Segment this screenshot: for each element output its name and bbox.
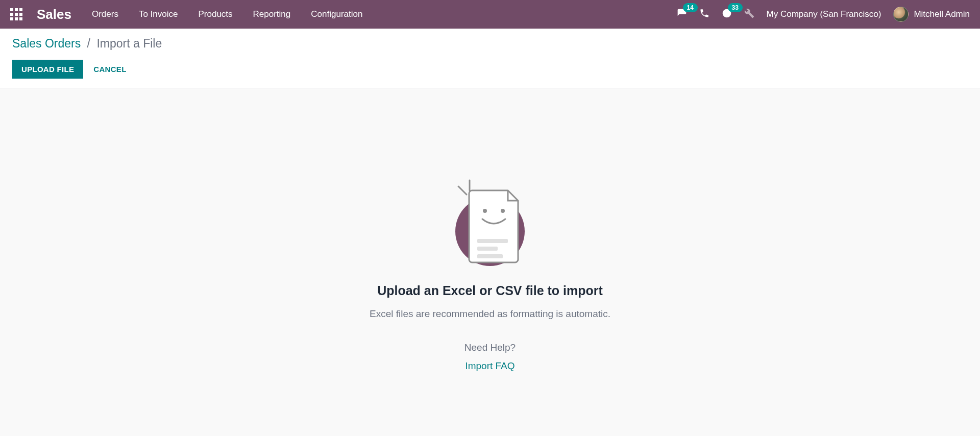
svg-rect-5 (477, 239, 508, 243)
phone-icon (699, 8, 709, 20)
activities-button[interactable]: 33 (722, 8, 732, 20)
call-button[interactable] (699, 8, 709, 20)
activities-badge: 33 (728, 3, 743, 12)
import-faq-link[interactable]: Import FAQ (465, 360, 514, 372)
svg-rect-6 (477, 247, 498, 251)
svg-line-0 (458, 186, 467, 195)
button-row: Upload File Cancel (12, 60, 968, 79)
cancel-button[interactable]: Cancel (93, 65, 126, 74)
menu-products[interactable]: Products (198, 9, 232, 19)
main-menu: Orders To Invoice Products Reporting Con… (92, 9, 362, 19)
breadcrumb-parent[interactable]: Sales Orders (12, 37, 81, 50)
user-name: Mitchell Admin (914, 9, 970, 19)
empty-title: Upload an Excel or CSV file to import (377, 283, 603, 298)
import-empty-state: Upload an Excel or CSV file to import Ex… (0, 88, 980, 372)
user-menu[interactable]: Mitchell Admin (893, 7, 970, 22)
apps-icon[interactable] (10, 8, 22, 20)
empty-subtitle: Excel files are recommended as formattin… (370, 308, 610, 320)
navbar-right: 14 33 My Company (San Francisco) Mitchel… (677, 7, 970, 22)
menu-orders[interactable]: Orders (92, 9, 118, 19)
svg-rect-7 (477, 254, 503, 258)
debug-button[interactable] (744, 8, 754, 20)
help-label: Need Help? (464, 342, 516, 353)
control-panel: Sales Orders / Import a File Upload File… (0, 29, 980, 88)
app-brand[interactable]: Sales (37, 7, 71, 22)
svg-point-4 (501, 209, 505, 213)
breadcrumb-sep: / (87, 37, 90, 50)
menu-to-invoice[interactable]: To Invoice (139, 9, 178, 19)
wrench-icon (744, 8, 754, 20)
breadcrumb: Sales Orders / Import a File (12, 37, 968, 51)
company-switcher[interactable]: My Company (San Francisco) (767, 9, 881, 19)
upload-file-button[interactable]: Upload File (12, 60, 83, 79)
svg-point-3 (483, 209, 487, 213)
upload-illustration-icon (444, 175, 536, 269)
messages-badge: 14 (683, 3, 698, 12)
breadcrumb-current: Import a File (96, 37, 162, 50)
menu-configuration[interactable]: Configuration (311, 9, 362, 19)
messages-button[interactable]: 14 (677, 8, 687, 20)
menu-reporting[interactable]: Reporting (253, 9, 291, 19)
avatar (893, 7, 909, 22)
top-navbar: Sales Orders To Invoice Products Reporti… (0, 0, 980, 29)
